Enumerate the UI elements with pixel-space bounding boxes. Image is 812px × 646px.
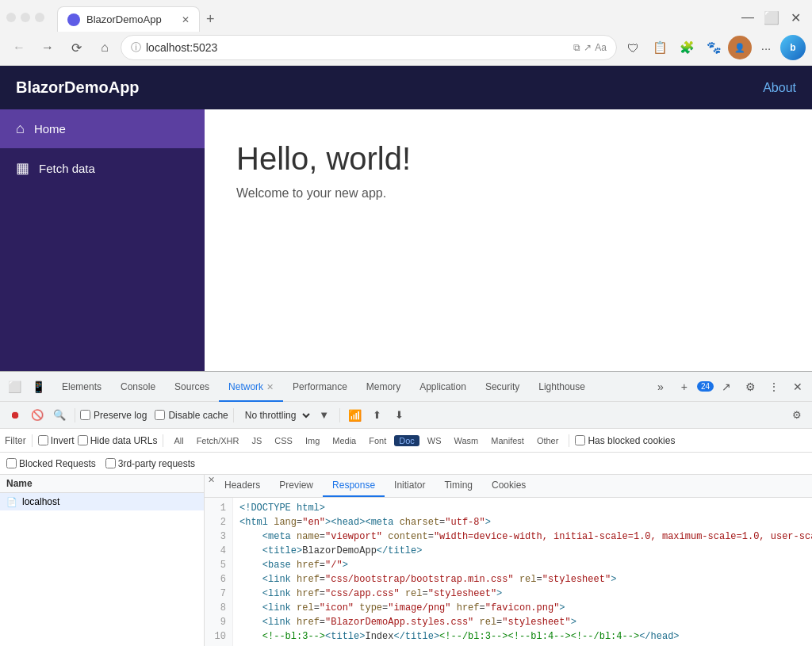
invert-input[interactable]: [38, 435, 48, 445]
tab-sources[interactable]: Sources: [165, 372, 219, 402]
blocked-requests-checkbox[interactable]: Blocked Requests: [6, 458, 96, 469]
add-tab-btn[interactable]: +: [673, 376, 695, 398]
response-panel: ✕ Headers Preview Response Initiator Tim…: [205, 475, 812, 646]
main-subtext: Welcome to your new app.: [236, 186, 780, 201]
network-settings-btn[interactable]: ⚙: [787, 405, 807, 426]
filter-fetch-btn[interactable]: Fetch/XHR: [192, 435, 244, 446]
resp-tab-timing[interactable]: Timing: [435, 475, 482, 497]
forward-button[interactable]: →: [35, 35, 60, 60]
sidebar-item-fetch-data[interactable]: ▦ Fetch data: [0, 148, 205, 188]
filter-ws-btn[interactable]: WS: [423, 435, 446, 446]
tab-application[interactable]: Application: [410, 372, 476, 402]
third-party-checkbox[interactable]: 3rd-party requests: [105, 458, 195, 469]
filter-btn[interactable]: 🔍: [49, 405, 70, 426]
name-item-localhost[interactable]: 📄 localhost: [0, 493, 204, 510]
resp-tab-response[interactable]: Response: [323, 475, 385, 497]
filter-other-btn[interactable]: Other: [532, 435, 564, 446]
browser-extension-btn[interactable]: 🧩: [674, 35, 699, 60]
response-panel-close[interactable]: ✕: [208, 475, 215, 497]
resp-tab-preview[interactable]: Preview: [270, 475, 323, 497]
name-panel-header: Name: [0, 475, 204, 493]
filter-doc-btn[interactable]: Doc: [394, 435, 419, 446]
devtools-device-btn[interactable]: 📱: [27, 376, 49, 398]
app-container: BlazorDemoApp About ⌂ Home ▦ Fetch data …: [0, 66, 812, 371]
code-lines: <!DOCTYPE html> <html lang="en"><head><m…: [233, 498, 812, 646]
window-close-button[interactable]: [6, 13, 16, 22]
more-tabs-btn[interactable]: »: [649, 376, 672, 398]
tab-console[interactable]: Console: [111, 372, 165, 402]
tab-network[interactable]: Network✕: [219, 372, 283, 402]
wifi-btn[interactable]: 📶: [345, 405, 366, 426]
browser-tab[interactable]: BlazorDemoApp ✕: [57, 6, 200, 32]
nav-bar: ← → ⟳ ⌂ ⓘ localhost:5023 ⧉ ↗ Aa 🛡 📋 🧩 🐾 …: [0, 30, 812, 65]
tab-performance[interactable]: Performance: [283, 372, 357, 402]
browser-feedback-btn[interactable]: 🐾: [701, 35, 726, 60]
about-link[interactable]: About: [763, 81, 796, 95]
filter-css-btn[interactable]: CSS: [270, 435, 297, 446]
devtools-inspect-btn[interactable]: ⬜: [3, 376, 25, 398]
share-icon-btn[interactable]: ↗: [715, 376, 737, 398]
window-minimize-button[interactable]: [21, 13, 30, 22]
new-tab-button[interactable]: +: [200, 6, 221, 32]
back-button[interactable]: ←: [6, 35, 32, 60]
has-blocked-input[interactable]: [575, 435, 585, 445]
edge-copilot-btn[interactable]: b: [780, 35, 806, 60]
browser-actions: 🛡 📋 🧩 🐾 👤 ··· b: [620, 35, 806, 60]
window-restore-btn[interactable]: ⬜: [761, 7, 782, 28]
main-content: Hello, world! Welcome to your new app.: [205, 109, 812, 371]
profile-button[interactable]: 👤: [728, 36, 752, 59]
tab-memory[interactable]: Memory: [357, 372, 410, 402]
resp-tab-headers[interactable]: Headers: [215, 475, 270, 497]
close-devtools-btn[interactable]: ✕: [787, 376, 809, 398]
window-minimize-btn[interactable]: —: [737, 7, 758, 28]
response-tabs: ✕ Headers Preview Response Initiator Tim…: [205, 475, 812, 498]
window-maximize-button[interactable]: [35, 13, 44, 22]
throttle-dropdown-btn[interactable]: ▼: [314, 405, 335, 426]
tab-close-button[interactable]: ✕: [175, 14, 190, 25]
filter-img-btn[interactable]: Img: [301, 435, 324, 446]
tab-elements[interactable]: Elements: [52, 372, 111, 402]
line-numbers: 1 2 3 4 5 6 7 8 9 10 11 12 13 14 15 16: [205, 498, 233, 646]
devtools-tab-bar: ⬜ 📱 Elements Console Sources Network✕ Pe…: [0, 372, 812, 402]
preserve-log-checkbox[interactable]: Preserve log: [80, 410, 147, 421]
blocked-requests-input[interactable]: [6, 458, 17, 468]
filter-font-btn[interactable]: Font: [364, 435, 391, 446]
tab-security[interactable]: Security: [476, 372, 529, 402]
browser-more-btn[interactable]: ···: [753, 35, 779, 60]
has-blocked-checkbox[interactable]: Has blocked cookies: [575, 435, 675, 446]
browser-note-btn[interactable]: 📋: [647, 35, 672, 60]
address-bar[interactable]: ⓘ localhost:5023 ⧉ ↗ Aa: [121, 35, 617, 60]
window-controls: [6, 13, 44, 22]
filter-media-btn[interactable]: Media: [327, 435, 361, 446]
reload-button[interactable]: ⟳: [63, 35, 89, 60]
sidebar-item-home[interactable]: ⌂ Home: [0, 109, 205, 148]
filter-manifest-btn[interactable]: Manifest: [486, 435, 529, 446]
resp-tab-cookies[interactable]: Cookies: [482, 475, 535, 497]
export-har-btn[interactable]: ⬇: [389, 405, 410, 426]
third-party-label: 3rd-party requests: [118, 458, 195, 469]
record-btn[interactable]: ⏺: [5, 405, 25, 426]
more-btn[interactable]: ⋮: [763, 376, 785, 398]
home-button[interactable]: ⌂: [92, 35, 117, 60]
window-close-btn[interactable]: ✕: [785, 7, 806, 28]
filter-js-btn[interactable]: JS: [247, 435, 266, 446]
tab-network-close[interactable]: ✕: [266, 382, 274, 392]
hide-data-urls-checkbox[interactable]: Hide data URLs: [78, 435, 158, 446]
filter-all-btn[interactable]: All: [169, 435, 188, 446]
filter-wasm-btn[interactable]: Wasm: [450, 435, 484, 446]
preserve-log-label: Preserve log: [94, 410, 147, 421]
tab-title: BlazorDemoApp: [86, 13, 162, 25]
settings-btn[interactable]: ⚙: [739, 376, 761, 398]
disable-cache-checkbox[interactable]: Disable cache: [155, 410, 228, 421]
disable-cache-input[interactable]: [155, 410, 165, 420]
invert-checkbox[interactable]: Invert: [38, 435, 75, 446]
browser-shield-btn[interactable]: 🛡: [620, 35, 645, 60]
preserve-log-input[interactable]: [80, 410, 90, 420]
import-har-btn[interactable]: ⬆: [367, 405, 388, 426]
tab-lighthouse[interactable]: Lighthouse: [529, 372, 595, 402]
clear-btn[interactable]: 🚫: [27, 405, 48, 426]
hide-data-urls-input[interactable]: [78, 435, 88, 445]
resp-tab-initiator[interactable]: Initiator: [385, 475, 435, 497]
third-party-input[interactable]: [105, 458, 116, 468]
throttle-select[interactable]: No throttling Fast 3G Slow 3G Offline: [239, 407, 312, 423]
